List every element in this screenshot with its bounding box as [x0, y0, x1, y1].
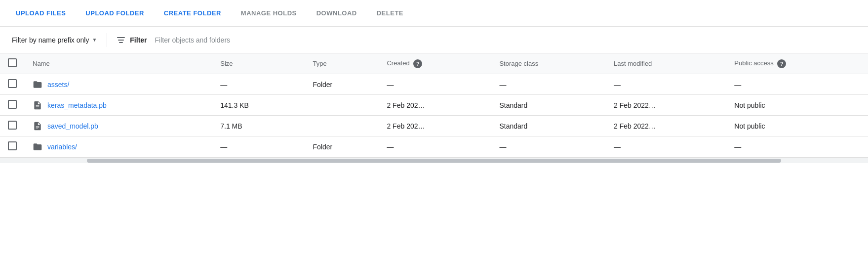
- row-size-cell: —: [212, 136, 305, 157]
- file-name-link[interactable]: variables/: [47, 143, 77, 151]
- toolbar-btn-upload-files[interactable]: UPLOAD FILES: [8, 5, 74, 21]
- row-checkbox-cell: [0, 136, 25, 157]
- row-last-modified-cell: —: [606, 74, 726, 95]
- toolbar: UPLOAD FILESUPLOAD FOLDERCREATE FOLDERMA…: [0, 0, 868, 27]
- row-storage-class-cell: Standard: [491, 95, 606, 116]
- table-row: saved_model.pb7.1 MB2 Feb 202…Standard2 …: [0, 116, 868, 136]
- created-help-icon[interactable]: ?: [413, 59, 422, 68]
- row-last-modified-cell: 2 Feb 2022…: [606, 116, 726, 136]
- file-name-link[interactable]: assets/: [47, 81, 69, 89]
- file-name-link[interactable]: saved_model.pb: [47, 122, 98, 130]
- table-row: assets/—Folder————: [0, 74, 868, 95]
- scrollbar-thumb[interactable]: [87, 159, 781, 163]
- filter-button[interactable]: Filter: [113, 33, 151, 47]
- row-created-cell: 2 Feb 202…: [379, 116, 491, 136]
- row-public-access-cell: —: [726, 136, 868, 157]
- row-checkbox[interactable]: [8, 79, 17, 88]
- row-created-cell: 2 Feb 202…: [379, 95, 491, 116]
- column-header-name: Name: [25, 53, 212, 74]
- row-created-cell: —: [379, 74, 491, 95]
- scrollbar-area: [0, 157, 868, 163]
- chevron-down-icon: ▼: [92, 37, 97, 43]
- column-header-last-modified: Last modified: [606, 53, 726, 74]
- column-header-public-access: Public access ?: [726, 53, 868, 74]
- row-checkbox[interactable]: [8, 100, 17, 109]
- filter-input[interactable]: [151, 34, 299, 46]
- row-name-cell: variables/: [25, 136, 212, 157]
- toolbar-btn-delete[interactable]: DELETE: [369, 5, 411, 21]
- row-created-cell: —: [379, 136, 491, 157]
- toolbar-btn-manage-holds[interactable]: MANAGE HOLDS: [233, 5, 305, 21]
- file-icon: [33, 100, 42, 110]
- row-name-cell: assets/: [25, 74, 212, 95]
- column-header-storage-class: Storage class: [491, 53, 606, 74]
- row-name-cell: saved_model.pb: [25, 116, 212, 136]
- select-all-checkbox-col: [0, 53, 25, 74]
- filter-prefix-label: Filter by name prefix only: [12, 36, 89, 44]
- row-public-access-cell: Not public: [726, 95, 868, 116]
- table-row: keras_metadata.pb141.3 KB2 Feb 202…Stand…: [0, 95, 868, 116]
- filter-bar: Filter by name prefix only ▼ Filter: [0, 27, 868, 53]
- toolbar-btn-create-folder[interactable]: CREATE FOLDER: [156, 5, 229, 21]
- column-header-size: Size: [212, 53, 305, 74]
- folder-icon: [33, 80, 42, 90]
- row-last-modified-cell: 2 Feb 2022…: [606, 95, 726, 116]
- row-type-cell: Folder: [305, 136, 379, 157]
- filter-label: Filter: [130, 36, 147, 44]
- row-name-cell: keras_metadata.pb: [25, 95, 212, 116]
- table-row: variables/—Folder————: [0, 136, 868, 157]
- row-storage-class-cell: —: [491, 136, 606, 157]
- toolbar-btn-upload-folder[interactable]: UPLOAD FOLDER: [78, 5, 152, 21]
- file-icon: [33, 121, 42, 131]
- row-type-cell: [305, 116, 379, 136]
- folder-icon: [33, 142, 42, 152]
- row-type-cell: Folder: [305, 74, 379, 95]
- row-checkbox-cell: [0, 74, 25, 95]
- column-header-type: Type: [305, 53, 379, 74]
- row-last-modified-cell: —: [606, 136, 726, 157]
- file-table: Name Size Type Created ? Storage class L…: [0, 53, 868, 157]
- row-storage-class-cell: Standard: [491, 116, 606, 136]
- select-all-checkbox[interactable]: [8, 58, 17, 67]
- row-size-cell: 141.3 KB: [212, 95, 305, 116]
- row-checkbox-cell: [0, 95, 25, 116]
- row-type-cell: [305, 95, 379, 116]
- row-public-access-cell: Not public: [726, 116, 868, 136]
- row-size-cell: 7.1 MB: [212, 116, 305, 136]
- row-size-cell: —: [212, 74, 305, 95]
- filter-lines-icon: [117, 37, 125, 43]
- row-checkbox-cell: [0, 116, 25, 136]
- public-access-help-icon[interactable]: ?: [777, 59, 786, 68]
- column-header-created: Created ?: [379, 53, 491, 74]
- row-checkbox[interactable]: [8, 121, 17, 130]
- toolbar-btn-download[interactable]: DOWNLOAD: [309, 5, 365, 21]
- row-storage-class-cell: —: [491, 74, 606, 95]
- vertical-divider: [107, 33, 107, 47]
- row-checkbox[interactable]: [8, 141, 17, 150]
- table-header-row: Name Size Type Created ? Storage class L…: [0, 53, 868, 74]
- row-public-access-cell: —: [726, 74, 868, 95]
- file-name-link[interactable]: keras_metadata.pb: [47, 101, 107, 109]
- filter-prefix-button[interactable]: Filter by name prefix only ▼: [8, 33, 101, 47]
